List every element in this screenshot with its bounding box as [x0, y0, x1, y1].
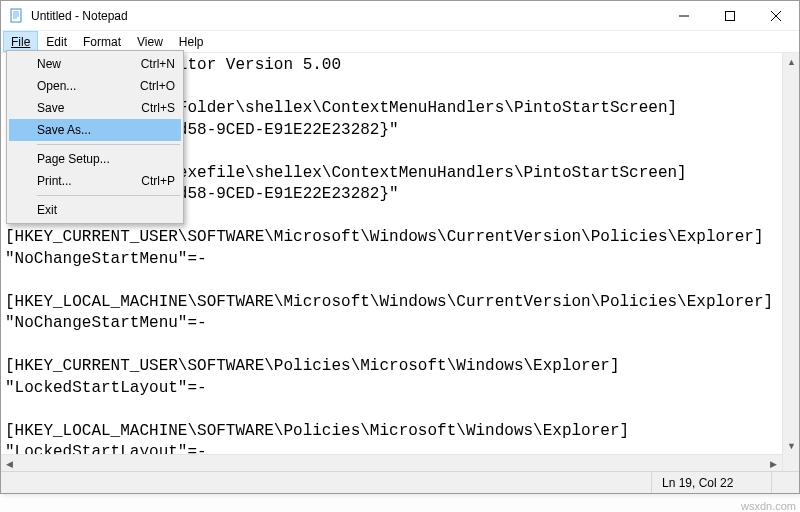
- svg-rect-6: [726, 11, 735, 20]
- menu-help[interactable]: Help: [171, 31, 212, 52]
- close-button[interactable]: [753, 1, 799, 30]
- statusbar: Ln 19, Col 22: [1, 471, 799, 493]
- scroll-right-icon[interactable]: ▶: [765, 455, 782, 471]
- scroll-left-icon[interactable]: ◀: [1, 455, 18, 471]
- horizontal-scrollbar[interactable]: ◀ ▶: [1, 454, 782, 471]
- vertical-scrollbar[interactable]: ▲ ▼: [782, 53, 799, 471]
- menu-file[interactable]: File: [3, 31, 38, 52]
- titlebar: Untitled - Notepad: [1, 1, 799, 31]
- notepad-window: Untitled - Notepad File Edit Format View…: [0, 0, 800, 494]
- status-position: Ln 19, Col 22: [651, 472, 771, 493]
- notepad-icon: [9, 8, 25, 24]
- file-menu-print[interactable]: Print... Ctrl+P: [9, 170, 181, 192]
- window-controls: [661, 1, 799, 30]
- window-title: Untitled - Notepad: [31, 9, 128, 23]
- menu-edit[interactable]: Edit: [38, 31, 75, 52]
- file-menu-save-as[interactable]: Save As...: [9, 119, 181, 141]
- file-menu-exit[interactable]: Exit: [9, 199, 181, 221]
- minimize-button[interactable]: [661, 1, 707, 30]
- file-menu-save[interactable]: Save Ctrl+S: [9, 97, 181, 119]
- menu-view[interactable]: View: [129, 31, 171, 52]
- menubar: File Edit Format View Help: [1, 31, 799, 52]
- status-empty: [771, 472, 799, 493]
- scroll-down-icon[interactable]: ▼: [783, 437, 799, 454]
- menu-separator: [37, 195, 180, 196]
- file-menu-open[interactable]: Open... Ctrl+O: [9, 75, 181, 97]
- scroll-up-icon[interactable]: ▲: [783, 53, 799, 70]
- file-menu-dropdown: New Ctrl+N Open... Ctrl+O Save Ctrl+S Sa…: [6, 50, 184, 224]
- maximize-button[interactable]: [707, 1, 753, 30]
- menu-format[interactable]: Format: [75, 31, 129, 52]
- file-menu-new[interactable]: New Ctrl+N: [9, 53, 181, 75]
- watermark: wsxdn.com: [741, 500, 796, 512]
- file-menu-page-setup[interactable]: Page Setup...: [9, 148, 181, 170]
- menu-separator: [37, 144, 180, 145]
